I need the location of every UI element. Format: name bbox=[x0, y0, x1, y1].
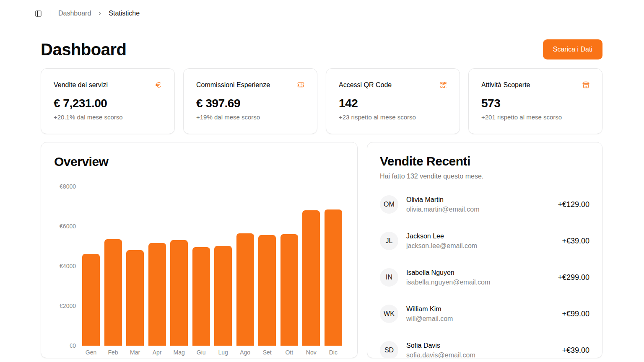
y-tick-label: €0 bbox=[41, 342, 76, 349]
x-tick-label: Giu bbox=[192, 349, 210, 356]
sale-email: jackson.lee@email.com bbox=[406, 241, 477, 250]
avatar: OM bbox=[380, 195, 398, 214]
x-tick-label: Nov bbox=[302, 349, 320, 356]
x-tick-label: Ott bbox=[280, 349, 298, 356]
chart-x-axis: GenFebMarAprMagGiuLugAgoSetOttNovDic bbox=[82, 349, 342, 356]
stat-change: +201 rispetto al mese scorso bbox=[481, 114, 589, 121]
x-tick-label: Dic bbox=[325, 349, 342, 356]
y-tick-label: €4000 bbox=[41, 263, 76, 269]
stat-change: +19% dal mese scorso bbox=[196, 114, 304, 121]
breadcrumb-link-dashboard[interactable]: Dashboard bbox=[58, 10, 91, 17]
sale-amount: +€39.00 bbox=[562, 346, 589, 355]
page-title: Dashboard bbox=[41, 40, 126, 59]
avatar: IN bbox=[380, 268, 398, 287]
sale-name: Sofia Davis bbox=[406, 341, 475, 350]
sale-name: Olivia Martin bbox=[406, 195, 480, 204]
sale-amount: +€99.00 bbox=[562, 310, 589, 318]
sale-row: IN Isabella Nguyen isabella.nguyen@email… bbox=[380, 268, 589, 287]
chart-bar-ago[interactable] bbox=[236, 233, 254, 346]
avatar: SD bbox=[380, 341, 398, 358]
chevron-right-icon bbox=[97, 10, 103, 16]
chart-bar-giu[interactable] bbox=[192, 247, 210, 346]
download-data-button[interactable]: Scarica i Dati bbox=[543, 39, 602, 59]
stat-value: € 7,231.00 bbox=[54, 97, 162, 110]
chart-bar-gen[interactable] bbox=[82, 254, 100, 346]
chart-bar-lug[interactable] bbox=[214, 246, 232, 346]
stat-value: 142 bbox=[339, 97, 447, 110]
sale-row: WK William Kim will@email.com +€99.00 bbox=[380, 305, 589, 323]
chart-bar-apr[interactable] bbox=[148, 243, 166, 346]
sale-email: isabella.nguyen@email.com bbox=[406, 278, 490, 287]
recent-sales-title: Vendite Recenti bbox=[380, 155, 589, 168]
chart-y-axis: €0€2000€4000€6000€8000 bbox=[41, 142, 76, 346]
stat-label: Vendite dei servizi bbox=[54, 81, 108, 89]
y-tick-label: €8000 bbox=[41, 183, 76, 190]
recent-sales-card: Vendite Recenti Hai fatto 132 vendite qu… bbox=[367, 142, 602, 358]
chart-bar-set[interactable] bbox=[258, 235, 276, 346]
stat-label: Accessi QR Code bbox=[339, 81, 392, 89]
qr-code-icon bbox=[440, 81, 447, 88]
y-tick-label: €6000 bbox=[41, 223, 76, 230]
stat-change: +20.1% dal mese scorso bbox=[54, 114, 162, 121]
recent-sales-subtitle: Hai fatto 132 vendite questo mese. bbox=[380, 172, 589, 180]
x-tick-label: Set bbox=[258, 349, 276, 356]
breadcrumb: Dashboard Statistiche bbox=[34, 10, 644, 17]
chart-bar-dic[interactable] bbox=[325, 209, 342, 346]
sale-name: Jackson Lee bbox=[406, 232, 477, 240]
avatar: WK bbox=[380, 305, 398, 323]
stat-card-accessi-qr: Accessi QR Code 142 +23 rispetto al mese… bbox=[326, 68, 460, 134]
x-tick-label: Feb bbox=[104, 349, 122, 356]
chart-bar-ott[interactable] bbox=[280, 234, 298, 346]
stat-card-attivita-scoperte: Attività Scoperte 573 +201 rispetto al m… bbox=[468, 68, 602, 134]
divider bbox=[50, 10, 50, 17]
x-tick-label: Ago bbox=[236, 349, 254, 356]
stat-value: 573 bbox=[481, 97, 589, 110]
store-icon bbox=[582, 81, 589, 88]
x-tick-label: Lug bbox=[214, 349, 232, 356]
chart-bar-nov[interactable] bbox=[302, 210, 320, 346]
sale-row: JL Jackson Lee jackson.lee@email.com +€3… bbox=[380, 232, 589, 250]
sale-row: SD Sofia Davis sofia.davis@email.com +€3… bbox=[380, 341, 589, 358]
x-tick-label: Mag bbox=[170, 349, 188, 356]
stat-value: € 397.69 bbox=[196, 97, 304, 110]
sale-name: William Kim bbox=[406, 305, 453, 313]
stat-label: Commissioni Esperienze bbox=[196, 81, 270, 89]
avatar: JL bbox=[380, 232, 398, 250]
sale-name: Isabella Nguyen bbox=[406, 268, 490, 277]
stat-cards: Vendite dei servizi € 7,231.00 +20.1% da… bbox=[41, 68, 602, 134]
sale-email: will@email.com bbox=[406, 314, 453, 323]
chart-bar-mag[interactable] bbox=[170, 240, 188, 346]
stat-card-vendite-servizi: Vendite dei servizi € 7,231.00 +20.1% da… bbox=[41, 68, 175, 134]
euro-icon bbox=[155, 81, 162, 88]
x-tick-label: Apr bbox=[148, 349, 166, 356]
sale-amount: +€299.00 bbox=[558, 273, 589, 282]
breadcrumb-current: Statistiche bbox=[109, 10, 140, 17]
panel-left-icon bbox=[35, 10, 42, 17]
stat-card-commissioni: Commissioni Esperienze € 397.69 +19% dal… bbox=[183, 68, 317, 134]
overview-chart-card: Overview €0€2000€4000€6000€8000 GenFebMa… bbox=[41, 142, 358, 358]
x-tick-label: Mar bbox=[126, 349, 144, 356]
stat-label: Attività Scoperte bbox=[481, 81, 530, 89]
chart-bar-feb[interactable] bbox=[104, 239, 122, 346]
ticket-icon bbox=[297, 81, 304, 88]
chart-bars bbox=[82, 186, 342, 346]
sale-amount: +€39.00 bbox=[562, 237, 589, 246]
sale-amount: +€129.00 bbox=[558, 200, 589, 209]
recent-sales-list: OM Olivia Martin olivia.martin@email.com… bbox=[380, 195, 589, 358]
chart-bar-mar[interactable] bbox=[126, 250, 144, 346]
sidebar-toggle-button[interactable] bbox=[34, 10, 42, 17]
stat-change: +23 rispetto al mese scorso bbox=[339, 114, 447, 121]
y-tick-label: €2000 bbox=[41, 303, 76, 309]
sale-email: sofia.davis@email.com bbox=[406, 351, 475, 358]
sale-email: olivia.martin@email.com bbox=[406, 205, 480, 214]
sale-row: OM Olivia Martin olivia.martin@email.com… bbox=[380, 195, 589, 214]
x-tick-label: Gen bbox=[82, 349, 100, 356]
